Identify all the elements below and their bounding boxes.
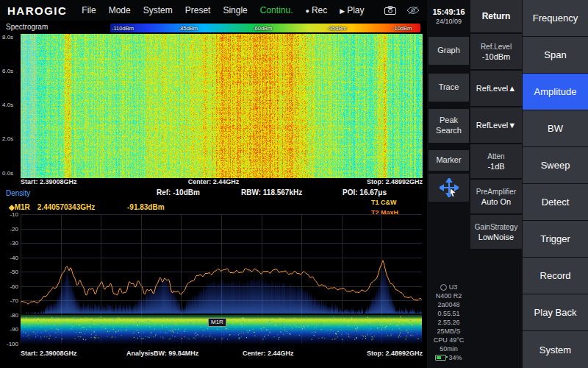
ref-level-key[interactable]: Ref.Level -10dBm xyxy=(470,34,522,69)
graph-button[interactable]: Graph xyxy=(429,37,469,65)
y-axis-label: -100 xyxy=(0,341,18,347)
menu-detect-button[interactable]: Detect xyxy=(523,184,588,220)
clock-time: 15:49:16 xyxy=(432,7,465,16)
spectrogram-center-freq: Center: 2.44GHz xyxy=(0,178,427,185)
status-line: CPU 49°C xyxy=(428,336,470,344)
clock-date: 24/10/09 xyxy=(436,18,462,25)
density-panel: Density Ref: -10dBm RBW: 118.567kHz POI:… xyxy=(0,186,427,368)
menu-bw-button[interactable]: BW xyxy=(523,110,588,146)
menu-file[interactable]: File xyxy=(82,5,96,15)
status-readout: U3 N400 R2 2a0048 0.55.51 2.55.26 25MB/S… xyxy=(428,283,470,362)
play-triangle-icon: ▶ xyxy=(340,7,345,15)
y-axis-label: -20 xyxy=(0,226,18,233)
y-axis-label: -50 xyxy=(0,269,18,275)
usb-link-icon xyxy=(440,284,447,291)
screenshot-camera-icon[interactable] xyxy=(384,6,396,15)
y-axis-label: -60 xyxy=(0,283,18,290)
move-arrows-icon xyxy=(440,178,459,197)
spectrum-analyzer-screen: HAROGIC File Mode System Preset Single C… xyxy=(0,0,588,368)
analysis-bw-readout: AnalysisBW: 99.84MHz xyxy=(126,350,198,357)
ref-level-up-key[interactable]: RefLevel▲ xyxy=(470,71,522,106)
y-axis-label: -10 xyxy=(0,211,18,218)
marker-level-readout: -91.83dBm xyxy=(127,203,165,211)
spectrogram-panel: Spectrogram -110dBm -85dBm -60dBm -35dBm… xyxy=(0,21,427,186)
status-line: 50min xyxy=(428,344,470,353)
rbw-readout: RBW: 118.567kHz xyxy=(241,188,302,197)
menu-preset[interactable]: Preset xyxy=(185,5,211,15)
status-line: 2a0048 xyxy=(428,300,470,309)
menu-sweep-button[interactable]: Sweep xyxy=(523,147,588,183)
density-title: Density xyxy=(6,189,30,197)
menu-playback-button[interactable]: Play Back xyxy=(523,294,588,330)
y-axis-label: -40 xyxy=(0,255,18,261)
return-button[interactable]: Return xyxy=(470,0,522,32)
spectrogram-title: Spectrogram xyxy=(6,23,48,31)
usb-status: U3 xyxy=(428,283,470,291)
time-axis-label: 2.0s xyxy=(2,135,20,142)
marker-diamond-icon: ◆ xyxy=(9,203,15,211)
status-line: N400 R2 xyxy=(428,291,470,300)
battery-status: 34% xyxy=(428,353,470,362)
time-axis-label: 4.0s xyxy=(2,102,20,108)
status-line: 25MB/S xyxy=(428,327,470,336)
poi-readout: POI: 16.67μs xyxy=(343,188,387,197)
ref-level-down-key[interactable]: RefLevel▼ xyxy=(470,107,522,143)
record-dot-icon: ● xyxy=(305,7,309,15)
menu-frequency-button[interactable]: Frequency xyxy=(523,0,588,36)
marker-button[interactable]: Marker xyxy=(429,150,469,171)
time-axis-label: 6.0s xyxy=(2,68,20,74)
ref-level-readout: Ref: -10dBm xyxy=(157,188,200,197)
colorbar-label: -85dBm xyxy=(179,25,198,32)
spectrogram-waterfall-canvas[interactable] xyxy=(21,34,423,178)
menu-trigger-button[interactable]: Trigger xyxy=(523,221,588,257)
status-line: 2.55.26 xyxy=(428,318,470,327)
y-axis-label: -80 xyxy=(0,312,18,319)
atten-key[interactable]: Atten -1dB xyxy=(470,144,522,178)
marker-flag[interactable]: M1R xyxy=(208,318,226,327)
trace1-legend: T1 C&W xyxy=(371,199,397,206)
menu-play[interactable]: ▶Play xyxy=(340,5,364,15)
menu-system[interactable]: System xyxy=(143,5,173,15)
menu-mode[interactable]: Mode xyxy=(109,5,131,15)
brand-logo: HAROGIC xyxy=(7,4,67,17)
time-axis-label: 0.0s xyxy=(2,170,20,177)
spectrogram-stop-freq: Stop: 2.48992GHz xyxy=(367,178,423,185)
menu-span-button[interactable]: Span xyxy=(523,37,588,73)
menu-record[interactable]: ●Rec xyxy=(305,5,327,15)
y-axis-label: -30 xyxy=(0,240,18,247)
hide-display-eye-icon[interactable] xyxy=(406,6,420,15)
density-start-freq: Start: 2.39008GHz xyxy=(21,350,77,357)
menu-single[interactable]: Single xyxy=(223,5,247,15)
density-center-freq: Center: 2.44GHz xyxy=(243,350,294,357)
top-menu-bar: HAROGIC File Mode System Preset Single C… xyxy=(0,0,427,21)
trace-button[interactable]: Trace xyxy=(429,74,469,102)
time-axis-label: 8.0s xyxy=(2,34,20,40)
menu-system-button[interactable]: System xyxy=(523,331,588,368)
colorbar-label: -35dBm xyxy=(327,25,346,32)
density-stop-freq: Stop: 2.48992GHz xyxy=(367,350,423,357)
status-line: 0.55.51 xyxy=(428,309,470,318)
pan-navigate-button[interactable] xyxy=(429,174,469,202)
gain-strategy-key[interactable]: GainStrategy LowNoise xyxy=(470,215,522,249)
marker-readout: ◆M1R2.440570343GHz xyxy=(9,203,95,211)
menu-record-button[interactable]: Record xyxy=(523,258,588,294)
y-axis-label: -90 xyxy=(0,326,18,333)
colorbar-label: -110dBm xyxy=(112,25,134,32)
battery-icon xyxy=(435,355,446,361)
colorbar-label: -10dBm xyxy=(392,25,412,32)
clock: 15:49:16 24/10/09 xyxy=(428,0,470,32)
menu-continuous[interactable]: Continu. xyxy=(260,5,293,15)
preamplifier-key[interactable]: PreAmplifier Auto On xyxy=(470,180,522,213)
menu-amplitude-button[interactable]: Amplitude xyxy=(523,74,588,110)
amplitude-colorbar: -110dBm -85dBm -60dBm -35dBm -10dBm xyxy=(110,24,420,32)
y-axis-label: -70 xyxy=(0,297,18,304)
peak-search-button[interactable]: Peak Search xyxy=(429,109,469,143)
colorbar-label: -60dBm xyxy=(253,25,272,32)
